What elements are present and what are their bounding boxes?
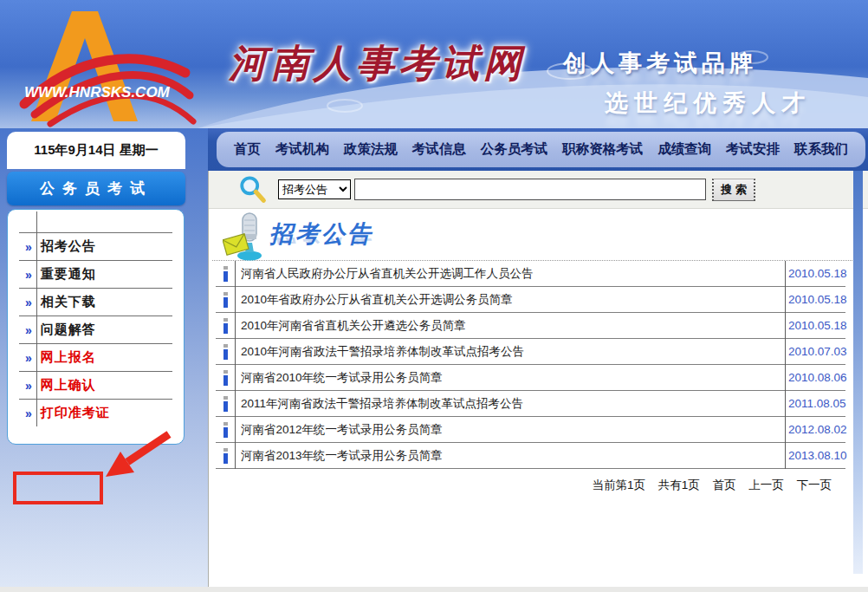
bullet-icon [216, 266, 235, 282]
bullet-square [223, 266, 228, 270]
annotation-highlight-rectangle [13, 472, 103, 504]
search-icon [238, 175, 268, 205]
announcement-row: 2011年河南省政法干警招录培养体制改革试点招考公告2011.08.05 [216, 391, 845, 417]
announcement-row: 2010年河南省省直机关公开遴选公务员简章2010.05.18 [216, 313, 845, 339]
announcement-date: 2010.05.18 [788, 319, 845, 332]
pagination-current: 当前第1页 [592, 478, 645, 491]
bullet-bar [223, 375, 228, 386]
pagination-next-link[interactable]: 下一页 [797, 478, 832, 491]
nav-item[interactable]: 考试安排 [726, 140, 780, 159]
bullet-bar [223, 453, 228, 464]
content-panel: 招考公告 招考公告 河南省人民政府办公厅从省直机关公开选调工作人员公告2010.… [209, 209, 868, 493]
site-banner: WWW.HNRSKS.COM 河南人事考试网 创人事考试品牌 选世纪优秀人才 [0, 0, 868, 128]
pagination: 当前第1页 共有1页 首页 上一页 下一页 [209, 478, 868, 493]
bullet-square [223, 344, 228, 348]
arrow-icon: » [25, 380, 32, 392]
bullet-icon [216, 370, 235, 386]
announcement-row: 河南省人民政府办公厅从省直机关公开选调工作人员公告2010.05.18 [216, 261, 845, 287]
nav-item[interactable]: 公务员考试 [481, 140, 548, 159]
announcement-mic-icon [223, 211, 271, 262]
sidebar-menu-items: »招考公告»重要通知»相关下载»问题解答»网上报名»网上确认»打印准考证 [8, 232, 184, 426]
pagination-total: 共有1页 [658, 478, 700, 491]
pagination-prev-link[interactable]: 上一页 [748, 478, 784, 491]
pagination-first-link[interactable]: 首页 [712, 478, 735, 491]
bullet-bar [223, 297, 228, 308]
search-category-select[interactable]: 招考公告 [278, 179, 351, 199]
announcement-row: 河南省2012年统一考试录用公务员简章2012.08.02 [216, 417, 845, 443]
announcement-link[interactable]: 河南省2012年统一考试录用公务员简章 [241, 422, 785, 438]
announcement-link[interactable]: 2010年省政府办公厅从省直机关公开选调公务员简章 [241, 292, 785, 308]
sidebar-menu-item[interactable]: »网上报名 [19, 343, 172, 371]
bullet-icon [216, 422, 235, 438]
bullet-bar [223, 349, 228, 360]
site-title: 河南人事考试网 [229, 38, 526, 89]
sidebar-item-label: 相关下载 [41, 294, 96, 310]
announcement-row: 河南省2013年统一考试录用公务员简章2013.08.10 [216, 443, 845, 469]
search-input[interactable] [354, 179, 706, 200]
arrow-icon: » [25, 324, 32, 336]
announcement-list: 河南省人民政府办公厅从省直机关公开选调工作人员公告2010.05.182010年… [216, 261, 845, 469]
bottom-edge-strip [0, 587, 868, 592]
arrow-icon: » [25, 407, 32, 420]
announcement-link[interactable]: 2010年河南省政法干警招录培养体制改革试点招考公告 [241, 344, 785, 360]
nav-item[interactable]: 考试信息 [412, 140, 466, 159]
search-button[interactable]: 搜 索 [712, 179, 755, 201]
sidebar-menu-box: »招考公告»重要通知»相关下载»问题解答»网上报名»网上确认»打印准考证 [7, 209, 185, 445]
nav-item[interactable]: 职称资格考试 [562, 140, 643, 159]
announcement-link[interactable]: 河南省人民政府办公厅从省直机关公开选调工作人员公告 [241, 266, 785, 282]
sidebar-menu-item[interactable]: »相关下载 [19, 288, 172, 316]
nav-item[interactable]: 政策法规 [344, 140, 398, 159]
sidebar: 115年9月14日 星期一 公务员考试 »招考公告»重要通知»相关下载»问题解答… [0, 128, 208, 592]
announcement-date: 2010.05.18 [788, 293, 845, 306]
announcement-date: 2010.08.06 [788, 371, 845, 384]
bullet-bar [223, 427, 228, 438]
sidebar-menu-item[interactable]: »打印准考证 [19, 399, 172, 426]
announcement-link[interactable]: 2011年河南省政法干警招录培养体制改革试点招考公告 [241, 396, 785, 412]
bullet-bar [223, 271, 228, 282]
sidebar-menu-item[interactable]: »招考公告 [19, 232, 172, 260]
sidebar-item-label: 问题解答 [41, 322, 96, 338]
announcement-row: 河南省2010年统一考试录用公务员简章2010.08.06 [216, 365, 845, 391]
menu-divider-line [36, 211, 37, 426]
nav-item[interactable]: 成绩查询 [657, 140, 711, 159]
bullet-bar [223, 401, 228, 412]
announcement-row: 2010年省政府办公厅从省直机关公开选调公务员简章2010.05.18 [216, 287, 845, 313]
bullet-square [223, 318, 228, 322]
bullet-square [223, 292, 228, 296]
bullet-square [223, 370, 228, 374]
date-display: 115年9月14日 星期一 [7, 132, 185, 169]
bullet-icon [216, 448, 235, 464]
bullet-square [223, 422, 228, 426]
announcement-link[interactable]: 2010年河南省省直机关公开遴选公务员简章 [241, 318, 785, 334]
nav-item[interactable]: 联系我们 [794, 140, 848, 159]
section-title: 招考公告 [269, 218, 373, 250]
announcement-date: 2010.07.03 [788, 345, 845, 358]
sidebar-menu-item[interactable]: »重要通知 [19, 260, 172, 288]
announcement-row: 2010年河南省政法干警招录培养体制改革试点招考公告2010.07.03 [216, 339, 845, 365]
bullet-square [223, 396, 228, 400]
bullet-icon [216, 396, 235, 412]
banner-slogan-2: 选世纪优秀人才 [605, 88, 811, 119]
sidebar-item-label: 招考公告 [41, 238, 96, 255]
arrow-icon: » [25, 241, 32, 253]
list-divider-line [235, 261, 236, 469]
announcement-link[interactable]: 河南省2013年统一考试录用公务员简章 [241, 448, 785, 464]
announcement-link[interactable]: 河南省2010年统一考试录用公务员简章 [241, 370, 785, 386]
arrow-icon: » [25, 352, 32, 364]
search-bar: 招考公告 搜 索 [209, 171, 868, 209]
main-area: 首页考试机构政策法规考试信息公务员考试职称资格考试成绩查询考试安排联系我们 招考… [208, 128, 868, 592]
nav-item[interactable]: 考试机构 [275, 140, 329, 159]
logo-url-text: WWW.HNRSKS.COM [24, 84, 171, 101]
date-divider-line [785, 261, 786, 469]
sidebar-menu-item[interactable]: »网上确认 [19, 371, 172, 399]
bullet-bar [223, 323, 228, 334]
bullet-icon [216, 318, 235, 334]
bullet-icon [216, 344, 235, 360]
banner-slogan-1: 创人事考试品牌 [563, 48, 757, 79]
sidebar-menu-item[interactable]: »问题解答 [19, 316, 172, 343]
nav-strip: 首页考试机构政策法规考试信息公务员考试职称资格考试成绩查询考试安排联系我们 [208, 128, 868, 171]
bullet-icon [216, 292, 235, 308]
bullet-square [223, 448, 228, 452]
civil-servant-exam-button[interactable]: 公务员考试 [7, 172, 185, 205]
nav-item[interactable]: 首页 [234, 140, 261, 159]
